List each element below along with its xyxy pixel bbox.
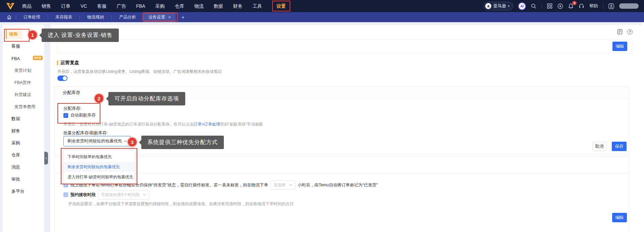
download-icon[interactable]: [557, 3, 563, 9]
edit-button-bottom[interactable]: 编辑: [612, 213, 627, 222]
chevron-down-icon: [289, 184, 292, 186]
sidebar-item-customer-service[interactable]: 客服: [3, 40, 44, 52]
new-badge: NEW: [33, 56, 43, 60]
nav-item-ads[interactable]: 广告: [116, 4, 126, 8]
nav-item-vc[interactable]: VC: [81, 4, 87, 8]
logistics-settings-panel: ✓ 线上物流下单后Temu订单在店铺后台仍保持“待发货”状态，需自行操作标发。若…: [54, 156, 629, 232]
store-switcher[interactable]: a 亚马逊 ▾: [484, 2, 513, 10]
sidebar-item-finance[interactable]: 财务: [3, 125, 44, 137]
notes-log-icon[interactable]: [617, 29, 623, 35]
nav-item-warehouse[interactable]: 仓库: [175, 4, 184, 8]
help-icon[interactable]: ?: [627, 29, 633, 35]
sidebar-item-purchase[interactable]: 采购: [3, 137, 44, 149]
divider: [542, 3, 542, 9]
search-icon[interactable]: [531, 3, 537, 9]
pickup-timeslot-label: 预约揽收时段: [70, 192, 96, 198]
sidebar-item-restock-suggestion[interactable]: 补货建议: [3, 89, 44, 101]
auto-refresh-label: 自动刷新库存: [70, 112, 96, 118]
sidebar-item-data[interactable]: 数据: [3, 113, 44, 125]
nav-item-orders[interactable]: 订单: [61, 4, 70, 8]
sidebar-item-multi-platform[interactable]: 多平台: [3, 185, 44, 197]
pickup-timeslot-select[interactable]: 可揽收的第5个时间段: [98, 190, 149, 199]
nav-item-logistics[interactable]: 物流: [194, 4, 204, 8]
sidebar-item-shipment-plan[interactable]: 发货计划: [3, 64, 44, 77]
annotation-tooltip-1: 进入 设置-业务设置-销售: [42, 29, 119, 42]
logistics-panel-header: [55, 156, 629, 174]
priority-select-dropdown: 下单时间较早的包裹优先 剩余发货时间较短的包裹优先 进入待打单-缺货时间较早的包…: [63, 150, 135, 184]
divider: [603, 3, 603, 9]
ai-assistant-icon[interactable]: AI: [518, 2, 526, 10]
checkbox-checked-icon[interactable]: ✓: [63, 113, 68, 118]
close-icon[interactable]: ✕: [168, 15, 171, 19]
auto-refresh-checkbox-row[interactable]: ✓ 自动刷新库存: [63, 112, 96, 118]
main-menu: 商品 销售 订单 VC 客服 广告 FBA 采购 仓库 物流 数据 财务 工具 …: [22, 1, 290, 11]
sidebar-item-approvals[interactable]: 审批: [3, 173, 44, 185]
settings-sidebar: 销售 客服 FBA NEW 发货计划 FBA货件 补货建议 发货单费用 数据 财…: [3, 25, 44, 232]
nav-item-goods[interactable]: 商品: [22, 4, 32, 8]
tab-product-analysis[interactable]: 产品分析: [112, 12, 143, 22]
amazon-logo-icon: a: [485, 3, 491, 9]
sidebar-item-fba-shipments[interactable]: FBA货件: [3, 77, 44, 89]
sidebar-item-sales[interactable]: 销售: [3, 28, 44, 40]
sidebar-item-messages[interactable]: 消息: [3, 161, 44, 173]
nav-item-settings[interactable]: 设置: [272, 1, 290, 11]
nav-item-data[interactable]: 数据: [214, 4, 223, 8]
bell-badge: 3: [572, 1, 577, 5]
orange-bar: [57, 60, 58, 65]
nav-item-purchase[interactable]: 采购: [155, 4, 165, 8]
save-button[interactable]: 保存: [612, 142, 627, 151]
tab-logistics-rules[interactable]: 物流规则: [80, 12, 111, 22]
annotation-step-3: 3: [128, 138, 137, 146]
navbar-right-cluster: a 亚马逊 ▾ AI 3 帮助: [484, 2, 639, 10]
batch-allocate-label: 批量分配库存/刷新库存:: [63, 130, 108, 136]
tab-order-processing[interactable]: 订单处理: [16, 12, 48, 22]
priority-select[interactable]: 剩余发货时间较短的包裹优先: [63, 136, 131, 146]
previous-settings-section: 编辑: [57, 40, 632, 54]
user-account-icon[interactable]: [608, 3, 614, 9]
nav-item-sales[interactable]: 销售: [42, 4, 51, 8]
dropdown-option-shortest-remaining[interactable]: 剩余发货时间较短的包裹优先: [63, 162, 135, 172]
order-processing-link[interactable]: 订单>订单处理: [194, 122, 220, 127]
chevron-down-icon: [143, 194, 146, 196]
chevron-up-icon: [124, 140, 127, 142]
store-switcher-label: 亚马逊: [493, 3, 506, 9]
nav-item-service[interactable]: 客服: [97, 4, 106, 8]
hours-select[interactable]: 请选择: [270, 180, 295, 190]
annotation-tooltip-2: 可开启自动分配库存选项: [108, 92, 185, 105]
annotation-step-2: 2: [95, 94, 103, 103]
annotation-tooltip-3: 系统提供三种优先分配方式: [141, 136, 224, 149]
allocate-hint: 开启后，会定时对待打单-缺货状态的订单进行自动分配库存。也可以点击订单>订单处理…: [63, 122, 263, 127]
dropdown-option-earliest-pending[interactable]: 进入待打单-缺货时间较早的包裹优先: [63, 172, 135, 182]
review-section-desc: 开启后，运营复盘自动记录Listing变更、Listing表现、促销活动、广告词…: [57, 69, 221, 75]
home-icon[interactable]: [3, 15, 16, 20]
tab-inventory-report[interactable]: 库存报表: [48, 12, 80, 22]
notifications-bell-icon[interactable]: 3: [568, 3, 574, 9]
checkbox-checked-disabled-icon[interactable]: ✓: [63, 192, 68, 197]
annotation-step-1: 1: [28, 31, 37, 39]
allocate-field-label: 分配库存:: [63, 106, 81, 111]
sidebar-item-shipment-fees[interactable]: 发货单费用: [3, 101, 44, 113]
tab-business-settings[interactable]: 业务设置 ✕: [144, 12, 176, 22]
dropdown-option-earliest-order[interactable]: 下单时间较早的包裹优先: [63, 152, 135, 162]
nav-item-finance[interactable]: 财务: [233, 4, 243, 8]
edit-button-top[interactable]: 编辑: [612, 42, 627, 51]
sidebar-item-fba[interactable]: FBA NEW: [3, 52, 44, 64]
nav-item-fba[interactable]: FBA: [136, 4, 145, 8]
review-section-title: 运营复盘: [57, 60, 79, 66]
nav-item-tools[interactable]: 工具: [253, 4, 262, 8]
content-corner-icons: ?: [617, 29, 633, 35]
sidebar-item-warehouse[interactable]: 仓库: [3, 149, 44, 161]
app-logo-icon[interactable]: [5, 2, 16, 10]
add-tab-button[interactable]: ＋: [176, 14, 190, 20]
top-navbar: 商品 销售 订单 VC 客服 广告 FBA 采购 仓库 物流 数据 财务 工具 …: [0, 0, 644, 12]
scrollbar-gutter[interactable]: [641, 22, 644, 232]
review-toggle-on[interactable]: [57, 76, 67, 81]
apps-grid-icon[interactable]: [547, 3, 552, 9]
caret-down-icon: ▾: [508, 4, 509, 8]
pickup-timeslot-row: ✓ 预约揽收时段 可揽收的第5个时间段: [63, 190, 149, 199]
cancel-button[interactable]: 取消: [592, 142, 606, 151]
help-link[interactable]: 帮助: [589, 3, 598, 9]
tab-bar: 订单处理 库存报表 物流规则 产品分析 业务设置 ✕ ＋: [0, 12, 644, 22]
headset-support-icon[interactable]: [579, 3, 584, 9]
sidebar-collapse-handle[interactable]: ‹: [44, 152, 48, 165]
